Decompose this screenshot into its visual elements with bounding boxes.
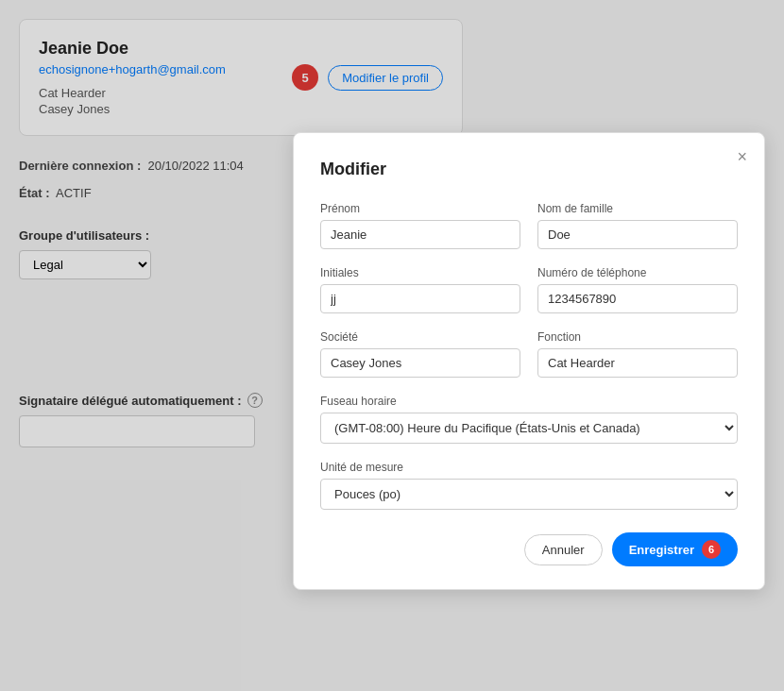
initials-group: Initiales (320, 266, 520, 313)
last-name-group: Nom de famille (537, 202, 738, 249)
save-button[interactable]: Enregistrer 6 (612, 532, 738, 566)
modal-close-button[interactable]: × (737, 148, 747, 165)
edit-modal: Modifier × Prénom Nom de famille Initial… (293, 132, 765, 590)
timezone-select[interactable]: (GMT-08:00) Heure du Pacifique (États-Un… (320, 413, 738, 444)
save-label: Enregistrer (629, 543, 694, 557)
company-group: Société (320, 330, 520, 378)
function-label: Fonction (537, 330, 738, 344)
cancel-button[interactable]: Annuler (524, 534, 603, 565)
timezone-label: Fuseau horaire (320, 395, 738, 408)
timezone-group: Fuseau horaire (GMT-08:00) Heure du Paci… (320, 395, 738, 444)
modal-footer: Annuler Enregistrer 6 (320, 532, 738, 566)
last-name-input[interactable] (537, 220, 738, 249)
first-name-label: Prénom (320, 202, 520, 215)
initials-input[interactable] (320, 284, 520, 313)
modal-title: Modifier (320, 160, 738, 179)
company-label: Société (320, 330, 520, 344)
unit-label: Unité de mesure (320, 461, 738, 474)
function-group: Fonction (537, 330, 738, 378)
last-name-label: Nom de famille (537, 202, 738, 215)
first-name-group: Prénom (320, 202, 520, 249)
modal-overlay: Modifier × Prénom Nom de famille Initial… (0, 0, 784, 691)
company-input[interactable] (320, 348, 520, 378)
phone-label: Numéro de téléphone (537, 266, 738, 279)
phone-input[interactable] (537, 284, 738, 313)
unit-select[interactable]: Pouces (po) Centimètres (cm) (320, 479, 738, 510)
phone-group: Numéro de téléphone (537, 266, 738, 313)
initials-label: Initiales (320, 266, 520, 279)
form-row-name: Prénom Nom de famille (320, 202, 738, 249)
form-row-company-function: Société Fonction (320, 330, 738, 378)
unit-group: Unité de mesure Pouces (po) Centimètres … (320, 461, 738, 510)
first-name-input[interactable] (320, 220, 520, 249)
function-input[interactable] (537, 348, 738, 378)
save-badge: 6 (702, 540, 721, 559)
form-row-initials-phone: Initiales Numéro de téléphone (320, 266, 738, 313)
